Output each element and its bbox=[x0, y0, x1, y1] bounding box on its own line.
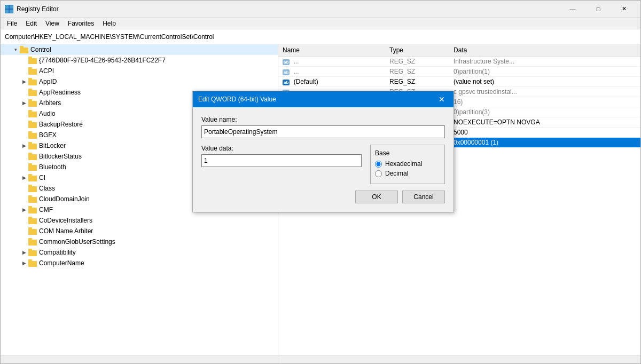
reg-name-cell: ab ... bbox=[278, 67, 385, 77]
menu-edit[interactable]: Edit bbox=[21, 19, 41, 28]
menu-view[interactable]: View bbox=[41, 19, 64, 28]
edit-qword-dialog: Edit QWORD (64-bit) Value ✕ Value name: … bbox=[192, 91, 454, 212]
folder-icon-control bbox=[20, 46, 28, 53]
reg-icon-ab: ab bbox=[283, 69, 290, 75]
table-row[interactable]: ab ... REG_SZ Infrastructure Syste... bbox=[278, 57, 640, 67]
value-data-input[interactable] bbox=[201, 154, 362, 167]
tree-label-comnamearbiter: COM Name Arbiter bbox=[39, 227, 93, 235]
value-data-label: Value data: bbox=[201, 145, 362, 152]
folder-icon-backuprestore bbox=[28, 121, 37, 128]
tree-label-clouddomainjoin: CloudDomainJoin bbox=[39, 195, 90, 203]
folder-icon-comnamearbiter bbox=[28, 227, 37, 235]
tree-label-guid: {7746D80F-97E0-4E26-9543-26B41FC22F7 bbox=[39, 57, 166, 64]
tree-label-appreadiness: AppReadiness bbox=[39, 89, 81, 96]
tree-item-computername[interactable]: ▶ ComputerName bbox=[1, 258, 278, 268]
folder-icon-computername bbox=[28, 259, 37, 267]
tree-horizontal-scrollbar[interactable] bbox=[1, 355, 278, 363]
expand-icon-computername[interactable]: ▶ bbox=[20, 259, 28, 267]
minimize-button[interactable]: — bbox=[560, 1, 585, 18]
menu-bar: File Edit View Favorites Help bbox=[1, 18, 640, 29]
hexadecimal-radio[interactable] bbox=[375, 161, 382, 168]
reg-data-cell: 0x00000001 (1) bbox=[449, 138, 640, 148]
tree-label-audio: Audio bbox=[39, 110, 56, 117]
decimal-radio-row: Decimal bbox=[375, 170, 440, 177]
folder-icon-guid bbox=[28, 57, 37, 64]
table-row[interactable]: ab (Default) REG_SZ (value not set) bbox=[278, 77, 640, 87]
reg-data-cell: 5000 bbox=[449, 128, 640, 138]
tree-item-comnamearbiter[interactable]: ▶ COM Name Arbiter bbox=[1, 226, 278, 236]
expand-icon-compatibility[interactable]: ▶ bbox=[20, 248, 28, 257]
expand-icon-ci[interactable]: ▶ bbox=[20, 173, 28, 182]
reg-data-cell: (value not set) bbox=[449, 77, 640, 87]
svg-rect-1 bbox=[10, 5, 13, 9]
tree-label-compatibility: Compatibility bbox=[39, 249, 76, 256]
svg-rect-0 bbox=[5, 5, 9, 9]
tree-label-bitlockerstatus: BitlockerStatus bbox=[39, 153, 82, 160]
expand-icon-arbiters[interactable]: ▶ bbox=[20, 99, 28, 107]
menu-favorites[interactable]: Favorites bbox=[64, 19, 98, 28]
value-name-label: Value name: bbox=[201, 116, 445, 123]
table-horizontal-scrollbar[interactable] bbox=[278, 355, 640, 363]
hexadecimal-label: Hexadecimal bbox=[385, 160, 422, 168]
tree-item-guid[interactable]: ▶ {7746D80F-97E0-4E26-9543-26B41FC22F7 bbox=[1, 55, 278, 66]
decimal-radio[interactable] bbox=[375, 170, 382, 177]
tree-label-codeviceinstallers: CoDeviceInstallers bbox=[39, 217, 92, 224]
folder-icon-cmf bbox=[28, 206, 37, 213]
tree-label-cmf: CMF bbox=[39, 206, 53, 213]
tree-item-codeviceinstallers[interactable]: ▶ CoDeviceInstallers bbox=[1, 215, 278, 226]
hexadecimal-radio-row: Hexadecimal bbox=[375, 160, 440, 168]
expand-icon-cmf[interactable]: ▶ bbox=[20, 205, 28, 214]
reg-icon-ab: ab bbox=[283, 80, 290, 85]
tree-label-control: Control bbox=[30, 46, 51, 53]
tree-item-compatibility[interactable]: ▶ Compatibility bbox=[1, 247, 278, 258]
dialog-body: Value name: Value data: Base Hexadecimal… bbox=[193, 107, 454, 212]
table-row[interactable]: ab ... REG_SZ 0)partition(1) bbox=[278, 67, 640, 77]
tree-label-arbiters: Arbiters bbox=[39, 99, 61, 107]
reg-data-cell: c gpsvc trustedinstal... bbox=[449, 87, 640, 97]
tree-label-acpi: ACPI bbox=[39, 67, 54, 75]
menu-file[interactable]: File bbox=[3, 19, 21, 28]
folder-icon-acpi bbox=[28, 67, 37, 75]
tree-label-backuprestore: BackupRestore bbox=[39, 121, 83, 128]
col-data: Data bbox=[449, 44, 640, 57]
app-icon bbox=[5, 5, 13, 13]
tree-label-class: Class bbox=[39, 185, 55, 192]
tree-label-bitlocker: BitLocker bbox=[39, 142, 66, 149]
tree-item-acpi[interactable]: ▶ ACPI bbox=[1, 66, 278, 76]
maximize-button[interactable]: □ bbox=[586, 1, 611, 18]
tree-item-control[interactable]: ▾ Control bbox=[1, 44, 278, 55]
base-label: Base bbox=[375, 149, 440, 157]
reg-name-cell: ab ... bbox=[278, 57, 385, 67]
value-name-input[interactable] bbox=[201, 125, 445, 138]
reg-type-cell: REG_SZ bbox=[385, 67, 449, 77]
cancel-button[interactable]: Cancel bbox=[402, 191, 445, 203]
tree-item-commonglobusersettings[interactable]: ▶ CommonGlobUserSettings bbox=[1, 236, 278, 247]
folder-icon-clouddomainjoin bbox=[28, 195, 37, 203]
reg-name-cell: ab (Default) bbox=[278, 77, 385, 87]
dialog-close-button[interactable]: ✕ bbox=[435, 93, 448, 106]
folder-icon-bluetooth bbox=[28, 163, 37, 171]
tree-label-computername: ComputerName bbox=[39, 259, 84, 267]
base-area: Base Hexadecimal Decimal bbox=[370, 145, 445, 184]
window-controls: — □ ✕ bbox=[560, 1, 636, 18]
folder-icon-appid bbox=[28, 78, 37, 85]
ok-button[interactable]: OK bbox=[355, 191, 398, 203]
expand-icon-bitlocker[interactable]: ▶ bbox=[20, 141, 28, 150]
decimal-label: Decimal bbox=[385, 170, 408, 177]
reg-data-cell: 16) bbox=[449, 97, 640, 107]
folder-icon-bitlockerstatus bbox=[28, 153, 37, 160]
folder-icon-class bbox=[28, 185, 37, 192]
folder-icon-commonglobusersettings bbox=[28, 238, 37, 246]
tree-item-appid[interactable]: ▶ AppID bbox=[1, 76, 278, 87]
close-button[interactable]: ✕ bbox=[612, 1, 636, 18]
reg-type-cell: REG_SZ bbox=[385, 77, 449, 87]
title-bar: Registry Editor — □ ✕ bbox=[1, 1, 640, 18]
menu-help[interactable]: Help bbox=[98, 19, 120, 28]
window-title: Registry Editor bbox=[17, 5, 560, 13]
tree-label-appid: AppID bbox=[39, 78, 57, 85]
bottom-scrollbar[interactable] bbox=[1, 355, 640, 363]
tree-label-commonglobusersettings: CommonGlobUserSettings bbox=[39, 238, 115, 246]
folder-icon-appreadiness bbox=[28, 89, 37, 96]
expand-icon-control[interactable]: ▾ bbox=[11, 45, 20, 54]
expand-icon-appid[interactable]: ▶ bbox=[20, 77, 28, 86]
